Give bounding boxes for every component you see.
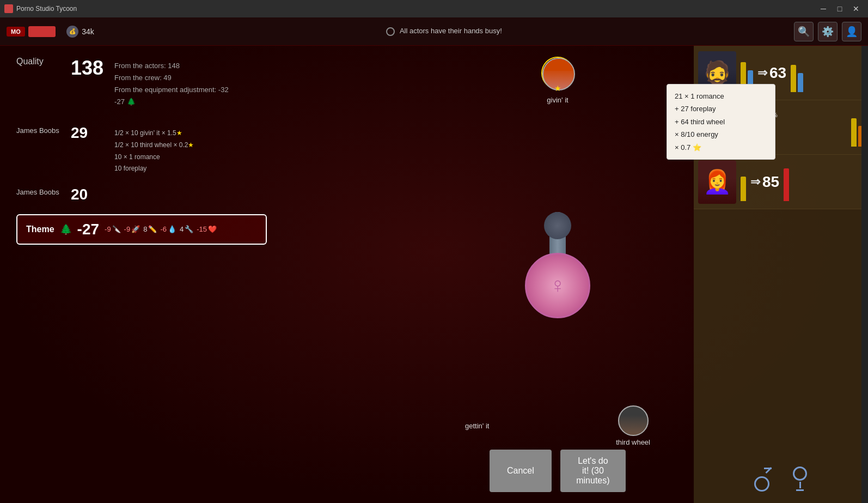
f1-bar-col-1	[851, 108, 857, 147]
adjustment-icon: 🌲	[127, 98, 136, 106]
settings-button[interactable]: ⚙️	[818, 22, 838, 41]
theme-icon-2: ✏️	[148, 225, 157, 233]
f2-bar-col-r1	[784, 163, 789, 201]
theme-item-4: 4 🔧	[180, 225, 193, 233]
mo-badge: MO	[7, 26, 56, 37]
bar-yellow-r1	[791, 65, 796, 92]
f1-bar-y	[851, 118, 857, 147]
quality-from-actors: From the actors: 148	[114, 60, 229, 72]
right-edge-scrollbar[interactable]	[861, 46, 868, 503]
quality-from-crew: From the crew: 49	[114, 72, 229, 84]
right-panel: 21 × 1 romance + 27 foreplay + 64 third …	[694, 46, 868, 503]
currency-icon: 💰	[66, 26, 78, 38]
male-circle	[754, 476, 769, 492]
f2-bar-col-1	[741, 163, 746, 201]
buttons-row: Cancel Let's do it! (30 minutes)	[490, 450, 626, 492]
profile-button[interactable]: 👤	[842, 22, 861, 41]
male-number-row: ⇒ 63	[757, 64, 786, 82]
tooltip-line5: × 0.7 ⭐	[675, 141, 767, 154]
female2-bars-right	[784, 163, 789, 201]
currency-amount: 34k	[82, 27, 94, 36]
third-wheel-label: third wheel	[616, 438, 650, 446]
theme-icon: 🌲	[60, 223, 72, 235]
main-content: Quality 138 From the actors: 148 From th…	[0, 46, 868, 503]
stat-label-2: James Boobs	[16, 186, 60, 196]
f2-bar-r	[784, 168, 789, 201]
joystick-head	[544, 212, 571, 239]
female2-arrow: ⇒	[750, 175, 760, 189]
theme-icon-0: 🔪	[112, 225, 121, 233]
stat-line4: 10 foreplay	[114, 163, 194, 175]
joystick-symbol: ♀	[549, 273, 566, 298]
joystick-base: ♀	[525, 253, 590, 318]
app-icon	[4, 4, 13, 13]
theme-val-5: -15	[197, 225, 207, 233]
tooltip-popup: 21 × 1 romance + 27 foreplay + 64 third …	[667, 84, 775, 160]
female2-avatar: 👩‍🦰	[698, 160, 736, 204]
theme-item-1: -9 🚀	[124, 225, 140, 233]
theme-val-0: -9	[105, 225, 111, 233]
stat-breakdown-1: 1/2 × 10 givin' it × 1.5★ 1/2 × 10 third…	[114, 124, 194, 174]
left-panel: Quality 138 From the actors: 148 From th…	[0, 46, 421, 503]
stat-value-2: 20	[71, 186, 103, 203]
actor-bottom-right: third wheel	[616, 405, 650, 449]
female2-number-row: ⇒ 85	[750, 173, 779, 191]
quality-value: 138	[71, 57, 103, 80]
third-wheel-avatar	[618, 405, 649, 436]
stat-row-2: James Boobs 20	[16, 186, 405, 203]
theme-box: Theme 🌲 -27 -9 🔪 -9 🚀 8 ✏️ -6 💧	[16, 214, 267, 245]
bar-col-r2	[798, 54, 803, 92]
theme-item-3: -6 💧	[160, 225, 176, 233]
male-gender-icon	[751, 465, 773, 492]
givin-it-label: givin' it	[547, 96, 568, 104]
window-controls: ─ □ ✕	[816, 2, 864, 15]
action-button[interactable]: Let's do it! (30 minutes)	[560, 450, 626, 492]
maximize-button[interactable]: □	[832, 2, 847, 15]
joystick-prop: ♀	[522, 220, 593, 318]
title-bar: Porno Studio Tycoon ─ □ ✕	[0, 0, 868, 17]
tooltip-line3: + 64 third wheel	[675, 116, 767, 128]
stat-value-1: 29	[71, 124, 103, 142]
actor-card-female2: 👩‍🦰 ⇒ 85	[694, 155, 868, 209]
theme-val-1: -9	[124, 225, 131, 233]
theme-value: -27	[77, 221, 99, 238]
quality-from-equipment: From the equipment adjustment: -32	[114, 84, 229, 96]
f2-bar-y	[741, 177, 746, 201]
theme-label: Theme	[26, 225, 54, 234]
search-button[interactable]: 🔍	[794, 22, 814, 41]
gettin-it-label: gettin' it	[465, 422, 489, 430]
female-circle	[793, 466, 807, 481]
tooltip-line4: × 8/10 energy	[675, 128, 767, 141]
actor-top: ★ givin' it	[541, 57, 574, 106]
right-bottom	[694, 209, 868, 503]
theme-item-5: -15 ❤️	[197, 225, 217, 233]
theme-icon-3: 💧	[168, 225, 176, 233]
title-bar-left: Porno Studio Tycoon	[4, 4, 77, 13]
quality-breakdown: From the actors: 148 From the crew: 49 F…	[114, 57, 229, 108]
stat-line2: 1/2 × 10 third wheel × 0.2★	[114, 140, 194, 151]
stat-line1: 1/2 × 10 givin' it × 1.5★	[114, 128, 194, 140]
minimize-button[interactable]: ─	[816, 2, 831, 15]
female-gender-icon	[789, 465, 811, 492]
stat-label-1: James Boobs	[16, 124, 60, 135]
app-title: Porno Studio Tycoon	[16, 5, 77, 13]
quality-adjustment: -27 🌲	[114, 96, 229, 108]
stat-row-1: James Boobs 29 1/2 × 10 givin' it × 1.5★…	[16, 124, 405, 174]
tooltip-line2: + 27 foreplay	[675, 102, 767, 115]
top-bar-actions: 🔍 ⚙️ 👤	[794, 22, 861, 41]
bar-col-r1	[791, 54, 796, 92]
cancel-button[interactable]: Cancel	[490, 450, 552, 492]
quality-row: Quality 138 From the actors: 148 From th…	[16, 57, 405, 108]
close-button[interactable]: ✕	[848, 2, 864, 15]
female2-bars-left	[741, 163, 746, 201]
theme-item-0: -9 🔪	[105, 225, 121, 233]
stat-line3: 10 × 1 romance	[114, 151, 194, 163]
currency-display: 💰 34k	[66, 26, 94, 38]
male-arrow: ⇒	[757, 66, 767, 80]
quality-label: Quality	[16, 57, 60, 66]
mo-label: MO	[7, 27, 25, 37]
theme-icon-1: 🚀	[131, 225, 140, 233]
female2-number: 85	[762, 173, 779, 191]
male-bars-right	[791, 54, 803, 92]
theme-val-3: -6	[160, 225, 167, 233]
